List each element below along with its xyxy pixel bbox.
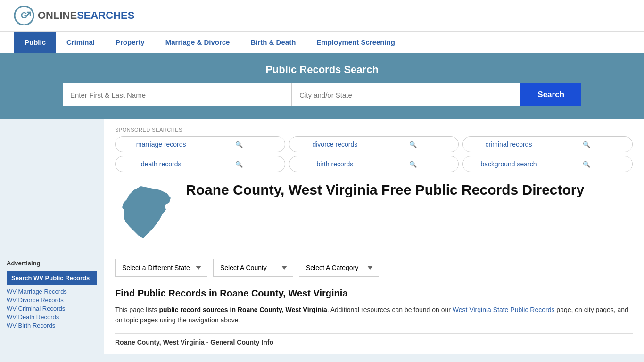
county-dropdown[interactable]: Select A County (213, 259, 293, 277)
content: SPONSORED SEARCHES marriage records 🔍 di… (104, 119, 644, 354)
sponsored-divorce[interactable]: divorce records 🔍 (289, 136, 459, 152)
search-icon-death: 🔍 (200, 161, 278, 168)
header: G ONLINESEARCHES (0, 0, 644, 32)
sponsored-label: SPONSORED SEARCHES (115, 127, 633, 132)
sidebar: Advertising Search WV Public Records WV … (0, 119, 104, 354)
sponsored-background[interactable]: background search 🔍 (462, 156, 633, 172)
advertising-label: Advertising (7, 260, 97, 267)
find-description: This page lists public record sources in… (115, 304, 633, 326)
search-banner-title: Public Records Search (14, 64, 630, 76)
category-dropdown[interactable]: Select A Category (299, 259, 379, 277)
main-nav: Public Criminal Property Marriage & Divo… (0, 32, 644, 53)
search-icon-divorce: 🔍 (374, 141, 452, 148)
search-button[interactable]: Search (520, 83, 581, 106)
sponsored-birth[interactable]: birth records 🔍 (289, 156, 459, 172)
search-icon-marriage: 🔍 (200, 141, 278, 148)
wv-records-link[interactable]: West Virginia State Public Records (453, 306, 555, 313)
sidebar-link-criminal[interactable]: WV Criminal Records (7, 305, 97, 312)
logo[interactable]: G ONLINESEARCHES (14, 6, 134, 25)
sidebar-link-divorce[interactable]: WV Divorce Records (7, 296, 97, 304)
sponsored-criminal[interactable]: criminal records 🔍 (462, 136, 633, 152)
nav-birth-death[interactable]: Birth & Death (240, 32, 306, 53)
ad-highlight[interactable]: Search WV Public Records (7, 271, 97, 285)
location-input[interactable] (292, 83, 520, 106)
search-banner: Public Records Search Search (0, 53, 644, 119)
sidebar-link-marriage[interactable]: WV Marriage Records (7, 288, 97, 295)
nav-criminal[interactable]: Criminal (56, 32, 105, 53)
sidebar-link-birth[interactable]: WV Birth Records (7, 322, 97, 329)
name-input[interactable] (63, 83, 292, 106)
dropdowns-row: Select a Different State Select A County… (115, 259, 633, 277)
search-form: Search (63, 83, 581, 106)
search-icon-birth: 🔍 (374, 161, 452, 168)
main-container: Advertising Search WV Public Records WV … (0, 119, 644, 354)
sidebar-link-death[interactable]: WV Death Records (7, 313, 97, 321)
svg-text:G: G (21, 11, 27, 20)
county-info-heading: Roane County, West Virginia - General Co… (115, 333, 633, 346)
sponsored-death[interactable]: death records 🔍 (115, 156, 285, 172)
page-title: Roane County, West Virginia Free Public … (186, 181, 584, 198)
nav-public[interactable]: Public (14, 32, 56, 53)
sponsored-marriage[interactable]: marriage records 🔍 (115, 136, 285, 152)
nav-property[interactable]: Property (105, 32, 155, 53)
wv-map (115, 181, 176, 247)
find-title: Find Public Records in Roane County, Wes… (115, 288, 633, 299)
nav-employment[interactable]: Employment Screening (306, 32, 405, 53)
state-dropdown[interactable]: Select a Different State (115, 259, 207, 277)
sponsored-grid: marriage records 🔍 divorce records 🔍 cri… (115, 136, 633, 172)
logo-text: ONLINESEARCHES (38, 9, 134, 22)
logo-icon: G (14, 6, 34, 25)
search-icon-background: 🔍 (548, 161, 626, 168)
nav-marriage-divorce[interactable]: Marriage & Divorce (155, 32, 240, 53)
search-icon-criminal: 🔍 (548, 141, 626, 148)
page-header: Roane County, West Virginia Free Public … (115, 181, 633, 247)
